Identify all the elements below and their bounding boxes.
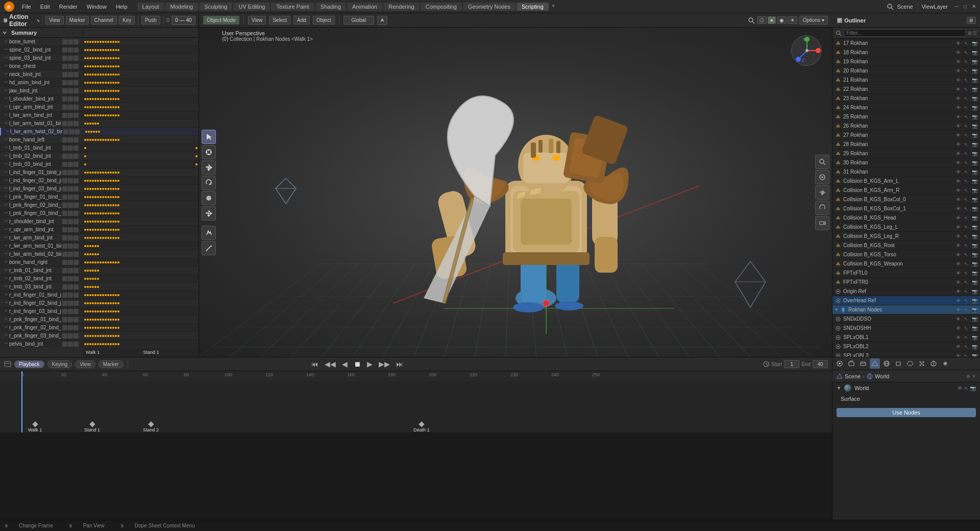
menu-window[interactable]: Window	[83, 3, 110, 11]
vis-render-20[interactable]: 📷	[971, 224, 978, 231]
outliner-item-8[interactable]: 25 Rokhan 👁 ↖ 📷	[832, 112, 980, 122]
bone-vis-19[interactable]	[62, 195, 67, 200]
vis-sel-21[interactable]: ↖	[963, 233, 970, 240]
bone-vis-18[interactable]	[62, 186, 67, 191]
bone-sel-17[interactable]	[68, 178, 73, 183]
snap-btn[interactable]	[377, 16, 387, 25]
vis-sel-6[interactable]: ↖	[963, 95, 970, 102]
menu-help[interactable]: Help	[112, 3, 131, 11]
vis-eye-11[interactable]: 👁	[954, 141, 962, 148]
zoom-btn[interactable]	[815, 170, 829, 184]
bone-row-5[interactable]: hd_anim_bind_jnt	[0, 79, 199, 87]
object-btn[interactable]: Object	[313, 16, 335, 25]
world-render-icon[interactable]: 📷	[970, 385, 976, 391]
material-btn[interactable]: ◉	[777, 16, 787, 24]
bone-keyframes-25[interactable]	[83, 242, 199, 250]
vis-sel-31[interactable]: ↖	[963, 325, 970, 332]
outliner-item-4[interactable]: 21 Rokhan 👁 ↖ 📷	[832, 76, 980, 85]
bone-row-17[interactable]: l_ind_finger_02_bind_jnt	[0, 177, 199, 185]
bone-keyframes-29[interactable]	[83, 275, 199, 282]
vis-eye-19[interactable]: 👁	[954, 214, 962, 222]
bone-lock-0[interactable]	[74, 39, 79, 44]
bone-sel-26[interactable]	[68, 252, 73, 257]
world-expand-arrow[interactable]: ▼	[837, 385, 841, 391]
bone-sel-4[interactable]	[68, 72, 73, 77]
options-btn[interactable]: Options ▾	[799, 16, 828, 25]
bone-keyframes-35[interactable]	[83, 324, 199, 331]
vis-render-0[interactable]: 📷	[971, 40, 978, 47]
bone-vis-25[interactable]	[62, 244, 67, 249]
outliner-item-23[interactable]: Collision B_KGS_Torso 👁 ↖ 📷	[832, 250, 980, 259]
outliner-item-12[interactable]: 29 Rokhan 👁 ↖ 📷	[832, 149, 980, 158]
vis-eye-4[interactable]: 👁	[954, 77, 962, 84]
vis-sel-34[interactable]: ↖	[963, 352, 970, 357]
bone-lock-14[interactable]	[74, 154, 79, 159]
bone-row-1[interactable]: spine_02_bind_jnt	[0, 46, 199, 54]
outliner-item-1[interactable]: 18 Rokhan 👁 ↖ 📷	[832, 48, 980, 57]
vis-render-28[interactable]: 📷	[971, 297, 978, 304]
bone-sel-24[interactable]	[68, 235, 73, 240]
bone-sel-9[interactable]	[68, 113, 73, 118]
vis-sel-9[interactable]: ↖	[963, 123, 970, 130]
outliner-item-25[interactable]: FPTxFTL0 👁 ↖ 📷	[832, 269, 980, 278]
vis-sel-15[interactable]: ↖	[963, 178, 970, 185]
key-menu-btn[interactable]: Key	[119, 16, 135, 25]
bone-sel-34[interactable]	[68, 317, 73, 322]
bone-lock-7[interactable]	[74, 96, 79, 102]
bone-vis-21[interactable]	[62, 211, 67, 216]
pan-btn[interactable]	[815, 185, 829, 200]
vis-sel-26[interactable]: ↖	[963, 279, 970, 286]
bone-vis-35[interactable]	[62, 325, 67, 330]
menu-file[interactable]: File	[18, 3, 35, 11]
outliner-item-7[interactable]: 24 Rokhan 👁 ↖ 📷	[832, 103, 980, 112]
playback-tab[interactable]: Playback	[14, 360, 44, 368]
vis-eye-30[interactable]: 👁	[954, 316, 962, 323]
navigation-gizmo[interactable]: X Y Z	[791, 35, 822, 66]
bone-vis-27[interactable]	[62, 260, 67, 265]
vis-render-23[interactable]: 📷	[971, 251, 978, 258]
outliner-item-29[interactable]: ▼ Rokhan Nodes 👁 ↖ 📷	[832, 305, 980, 315]
vis-eye-1[interactable]: 👁	[954, 49, 962, 56]
bone-vis-26[interactable]	[62, 252, 67, 257]
search-icon-top[interactable]	[887, 3, 894, 10]
filter-icon-2[interactable]: ☰	[973, 31, 977, 36]
props-render-icon[interactable]	[835, 358, 845, 369]
vis-render-6[interactable]: 📷	[971, 95, 978, 102]
vis-render-33[interactable]: 📷	[971, 343, 978, 350]
bone-sel-21[interactable]	[68, 211, 73, 216]
outliner-item-24[interactable]: Collision B_KGS_Weapon 👁 ↖ 📷	[832, 259, 980, 269]
vis-render-26[interactable]: 📷	[971, 279, 978, 286]
world-hide-icon[interactable]: ↖	[964, 385, 968, 391]
vis-render-1[interactable]: 📷	[971, 49, 978, 56]
vis-sel-33[interactable]: ↖	[963, 343, 970, 350]
bone-lock-8[interactable]	[74, 105, 79, 110]
bone-row-0[interactable]: bone_turret	[0, 38, 199, 46]
bone-vis-34[interactable]	[62, 317, 67, 322]
expand-arrow-29[interactable]: ▼	[835, 307, 839, 312]
bone-keyframes-15[interactable]	[83, 160, 199, 168]
vis-eye-34[interactable]: 👁	[954, 352, 962, 357]
minimize-btn[interactable]: ─	[955, 4, 959, 9]
vis-eye-9[interactable]: 👁	[954, 123, 962, 130]
vis-sel-13[interactable]: ↖	[963, 159, 970, 166]
bone-row-19[interactable]: l_pnk_finger_01_bind_jnt	[0, 193, 199, 201]
outliner-item-34[interactable]: SPLxOBL3 👁 ↖ 📷	[832, 351, 980, 357]
bone-row-16[interactable]: l_ind_finger_01_bind_jnt	[0, 168, 199, 177]
vis-sel-14[interactable]: ↖	[963, 168, 970, 176]
props-constraints-icon[interactable]	[940, 358, 950, 369]
bone-sel-29[interactable]	[68, 276, 73, 281]
bone-vis-37[interactable]	[62, 342, 67, 347]
bone-keyframes-1[interactable]	[83, 46, 199, 54]
world-item-row[interactable]: ▼ World 👁 ↖ 📷	[832, 382, 980, 394]
outliner-item-3[interactable]: 20 Rokhan 👁 ↖ 📷	[832, 66, 980, 76]
bone-sel-5[interactable]	[68, 80, 73, 85]
vis-eye-12[interactable]: 👁	[954, 150, 962, 157]
vis-render-32[interactable]: 📷	[971, 334, 978, 341]
vis-sel-24[interactable]: ↖	[963, 260, 970, 268]
bone-sel-15[interactable]	[68, 162, 73, 167]
bone-keyframes-8[interactable]	[83, 103, 199, 111]
bone-sel-1[interactable]	[68, 47, 73, 53]
bone-vis-30[interactable]	[62, 284, 67, 289]
props-view-layer-icon[interactable]	[858, 358, 868, 369]
world-breadcrumb[interactable]: World	[875, 373, 890, 379]
